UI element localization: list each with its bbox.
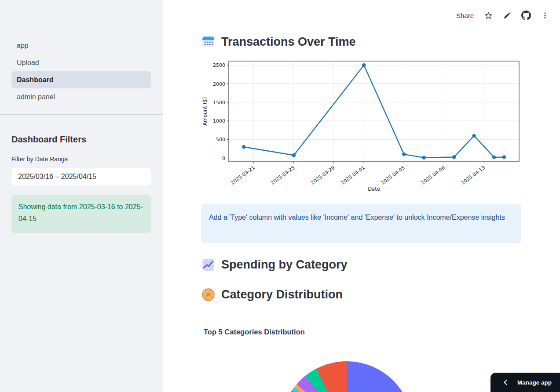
svg-text:2025-03-21: 2025-03-21 [230, 165, 256, 186]
svg-text:1000: 1000 [213, 118, 225, 124]
sidebar-item-app[interactable]: app [11, 37, 151, 54]
share-button[interactable]: Share [456, 12, 474, 19]
svg-text:0: 0 [222, 156, 225, 161]
sidebar-item-admin-panel[interactable]: admin panel [11, 88, 151, 105]
pie-icon [201, 287, 216, 302]
svg-text:Date: Date [368, 186, 380, 192]
success-alert: Showing data from 2025-03-16 to 2025-04-… [11, 195, 151, 233]
svg-text:500: 500 [216, 137, 225, 142]
svg-text:1500: 1500 [213, 100, 225, 105]
chevron-left-icon [503, 379, 508, 386]
toolbar: Share [456, 10, 549, 21]
svg-text:Amount ($): Amount ($) [202, 97, 208, 126]
sidebar-divider [0, 114, 163, 115]
github-icon[interactable] [521, 11, 531, 20]
svg-text:2025-03-25: 2025-03-25 [270, 165, 296, 186]
section-category-heading: Category Distribution [201, 287, 343, 302]
transactions-line-chart: 2025-03-212025-03-252025-03-292025-04-01… [201, 58, 520, 197]
section-category-title: Category Distribution [221, 288, 343, 301]
section-transactions-title: Transactions Over Time [221, 35, 356, 49]
star-icon[interactable] [484, 11, 493, 20]
svg-text:2000: 2000 [213, 81, 225, 87]
app-root: app Upload Dashboard admin panel Dashboa… [0, 0, 560, 392]
sidebar-nav: app Upload Dashboard admin panel [11, 37, 151, 105]
chart-increasing-icon [201, 258, 216, 272]
svg-text:2500: 2500 [213, 62, 225, 68]
svg-text:2025-04-01: 2025-04-01 [340, 165, 366, 186]
calendar-icon [201, 35, 216, 49]
sidebar-item-dashboard[interactable]: Dashboard [11, 71, 151, 88]
date-range-label: Filter by Date Range [11, 156, 68, 163]
svg-text:2025-03-29: 2025-03-29 [310, 165, 336, 186]
svg-text:2025-04-09: 2025-04-09 [420, 165, 446, 186]
pie-chart-title: Top 5 Categories Distribution [204, 328, 305, 336]
svg-text:2025-04-13: 2025-04-13 [460, 165, 486, 186]
svg-text:2025-04-05: 2025-04-05 [380, 165, 406, 186]
manage-app-label: Manage app [517, 379, 552, 386]
edit-icon[interactable] [503, 11, 511, 19]
filters-heading: Dashboard Filters [11, 134, 86, 145]
success-alert-text: Showing data from 2025-03-16 to 2025-04-… [18, 203, 143, 222]
sidebar-item-upload[interactable]: Upload [11, 54, 151, 71]
overflow-menu-icon[interactable] [541, 11, 549, 19]
date-range-input[interactable] [11, 168, 151, 185]
section-transactions-heading: Transactions Over Time [201, 35, 356, 49]
manage-app-button[interactable]: Manage app [490, 373, 560, 392]
section-spending-title: Spending by Category [221, 258, 348, 272]
info-alert-text: Add a 'Type' column with values like 'In… [209, 214, 505, 221]
sidebar: app Upload Dashboard admin panel Dashboa… [0, 0, 163, 392]
section-spending-heading: Spending by Category [201, 258, 348, 272]
category-pie-chart [281, 361, 413, 392]
info-alert: Add a 'Type' column with values like 'In… [201, 204, 521, 243]
